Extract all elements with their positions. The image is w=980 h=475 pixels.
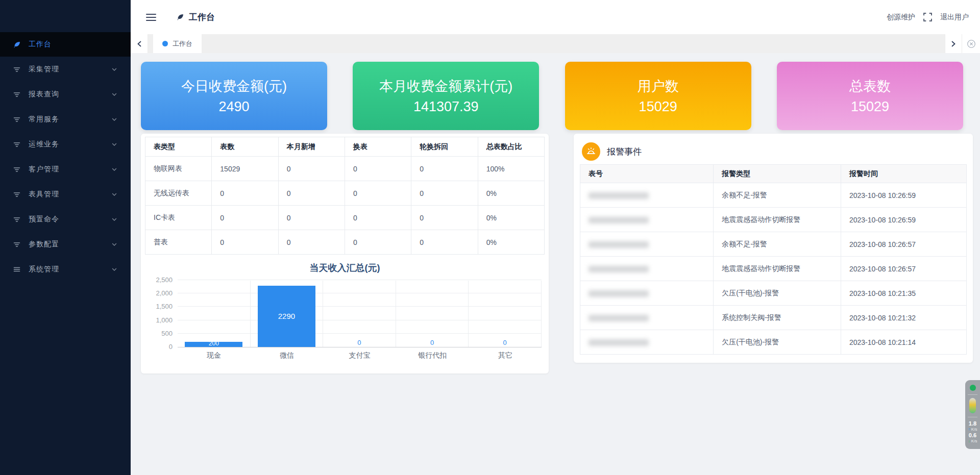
tenant-label[interactable]: 创源维护 bbox=[887, 13, 915, 22]
sidebar-item-collection-management[interactable]: 采集管理 bbox=[0, 57, 131, 82]
sidebar-item-preset-commands[interactable]: 预置命令 bbox=[0, 207, 131, 232]
table-row: 无线远传表00000% bbox=[145, 181, 545, 206]
sidebar-item-label: 采集管理 bbox=[29, 65, 59, 74]
table-cell: 0 bbox=[278, 230, 345, 255]
chart-y-tick-label: 1,500 bbox=[145, 303, 173, 310]
alarm-panel-header: 报警事件 bbox=[580, 139, 967, 164]
sidebar-item-system-management[interactable]: 系统管理 bbox=[0, 257, 131, 282]
hamburger-icon[interactable] bbox=[146, 13, 156, 21]
blurred-meter-number bbox=[589, 315, 649, 321]
net-speed-widget[interactable]: 1.8 ↑ K/s 0.6 ↓ K/s bbox=[965, 380, 980, 449]
menu-icon bbox=[13, 266, 22, 273]
sidebar-item-label: 表具管理 bbox=[29, 190, 59, 199]
panels-row: 表类型表数本月新增换表轮换拆回总表数占比 物联网表15029000100%无线远… bbox=[131, 130, 980, 373]
chart-category-slot: 0 bbox=[323, 281, 396, 347]
table-cell: 0 bbox=[278, 206, 345, 230]
bar-value-label: 0 bbox=[469, 339, 541, 346]
page-title: 工作台 bbox=[177, 11, 215, 23]
filter-icon bbox=[13, 66, 22, 73]
sidebar-item-common-services[interactable]: 常用服务 bbox=[0, 107, 131, 132]
alarm-table-header: 表号 bbox=[580, 165, 714, 183]
alarm-meter-no-cell bbox=[580, 232, 714, 257]
sidebar-item-operations-business[interactable]: 运维业务 bbox=[0, 132, 131, 157]
alarm-row: 地震震感器动作切断报警2023-10-08 10:26:59 bbox=[580, 208, 967, 232]
chevron-down-icon bbox=[111, 66, 117, 72]
table-cell: 0 bbox=[345, 206, 411, 230]
chart-title: 当天收入汇总(元) bbox=[145, 262, 545, 274]
card-title: 今日收费金额(元) bbox=[141, 77, 327, 95]
table-cell: 0 bbox=[411, 181, 478, 206]
sidebar-item-customer-management[interactable]: 客户管理 bbox=[0, 157, 131, 182]
leaf-icon bbox=[13, 41, 22, 48]
alarm-row: 系统控制关阀-报警2023-10-08 10:21:32 bbox=[580, 306, 967, 330]
tab-workbench[interactable]: 工作台 bbox=[153, 34, 202, 53]
top-header: 工作台 创源维护 退出用户 bbox=[131, 0, 980, 34]
tabs-close-button[interactable] bbox=[962, 34, 980, 53]
card-title: 总表数 bbox=[777, 77, 963, 95]
table-cell: 0% bbox=[478, 181, 544, 206]
alarm-row: 余额不足-报警2023-10-08 10:26:59 bbox=[580, 183, 967, 208]
meter-table-header: 表数 bbox=[212, 137, 278, 157]
meter-type-table: 表类型表数本月新增换表轮换拆回总表数占比 物联网表15029000100%无线远… bbox=[145, 137, 545, 255]
upload-speed-value: 1.8 bbox=[969, 420, 976, 427]
bar-value-label: 200 bbox=[178, 340, 250, 347]
sidebar-item-parameter-config[interactable]: 参数配置 bbox=[0, 232, 131, 257]
sidebar-menu: 工作台采集管理报表查询常用服务运维业务客户管理表具管理预置命令参数配置系统管理 bbox=[0, 0, 131, 282]
alarm-type-cell: 欠压(干电池)-报警 bbox=[714, 281, 841, 306]
sidebar-item-report-query[interactable]: 报表查询 bbox=[0, 82, 131, 107]
table-cell: 0% bbox=[478, 206, 544, 230]
sidebar-item-workbench[interactable]: 工作台 bbox=[0, 32, 131, 57]
blurred-meter-number bbox=[589, 241, 649, 248]
chart-category-slot: 0 bbox=[396, 281, 469, 347]
alarm-meter-no-cell bbox=[580, 330, 714, 355]
alarm-events-table: 表号报警类型报警时间 余额不足-报警2023-10-08 10:26:59地震震… bbox=[580, 164, 967, 355]
filter-icon bbox=[13, 191, 22, 198]
tabs-scroll-right-button[interactable] bbox=[945, 34, 962, 53]
table-cell: 0 bbox=[212, 206, 278, 230]
fullscreen-icon[interactable] bbox=[923, 13, 932, 21]
blurred-meter-number bbox=[589, 192, 649, 199]
alarm-row: 余额不足-报警2023-10-08 10:26:57 bbox=[580, 232, 967, 257]
alarm-type-cell: 地震震感器动作切断报警 bbox=[714, 208, 841, 232]
chart-x-axis-labels: 现金微信支付宝银行代扣其它 bbox=[178, 351, 542, 360]
table-cell: 无线远传表 bbox=[145, 181, 212, 206]
alarm-type-cell: 余额不足-报警 bbox=[714, 183, 841, 208]
status-dot-icon bbox=[970, 385, 976, 391]
alarm-row: 欠压(干电池)-报警2023-10-08 10:21:14 bbox=[580, 330, 967, 355]
logout-button[interactable]: 退出用户 bbox=[940, 13, 969, 22]
filter-icon bbox=[13, 216, 22, 223]
table-row: 物联网表15029000100% bbox=[145, 157, 545, 181]
blurred-meter-number bbox=[589, 266, 649, 272]
card-title: 用户数 bbox=[565, 77, 751, 95]
table-cell: 0 bbox=[278, 157, 345, 181]
page-title-text: 工作台 bbox=[189, 11, 215, 23]
alarm-time-cell: 2023-10-08 10:26:59 bbox=[841, 208, 966, 232]
alarm-type-cell: 系统控制关阀-报警 bbox=[714, 306, 841, 330]
blurred-meter-number bbox=[589, 217, 649, 223]
alarm-time-cell: 2023-10-08 10:21:35 bbox=[841, 281, 966, 306]
today-income-card: 今日收费金额(元)2490 bbox=[141, 62, 327, 130]
chart-gridline bbox=[178, 280, 542, 280]
table-cell: 普表 bbox=[145, 230, 212, 255]
sidebar-item-meter-management[interactable]: 表具管理 bbox=[0, 182, 131, 207]
meter-table-header: 换表 bbox=[345, 137, 411, 157]
card-value: 15029 bbox=[565, 99, 751, 115]
income-bar-chart: 05001,0001,5002,0002,5002002290000 bbox=[178, 281, 542, 347]
sidebar-item-label: 报表查询 bbox=[29, 90, 59, 99]
download-speed-value: 0.6 bbox=[969, 432, 976, 439]
stat-cards-row: 今日收费金额(元)2490本月收费金额累计(元)141307.39用户数1502… bbox=[131, 53, 980, 130]
chart-category-slot: 0 bbox=[469, 281, 542, 347]
blurred-meter-number bbox=[589, 290, 649, 297]
table-cell: 0 bbox=[411, 206, 478, 230]
blurred-meter-number bbox=[589, 339, 649, 346]
alarm-time-cell: 2023-10-08 10:21:32 bbox=[841, 306, 966, 330]
table-cell: 0 bbox=[345, 230, 411, 255]
total-meter-card: 总表数15029 bbox=[777, 62, 963, 130]
alarm-meter-no-cell bbox=[580, 281, 714, 306]
app-root: 工作台采集管理报表查询常用服务运维业务客户管理表具管理预置命令参数配置系统管理 … bbox=[0, 0, 980, 475]
chart-y-tick-label: 0 bbox=[145, 343, 173, 351]
chevron-down-icon bbox=[111, 266, 117, 272]
chart-slots: 2002290000 bbox=[178, 281, 542, 347]
tab-bar: 工作台 bbox=[131, 34, 980, 53]
tabs-scroll-left-button[interactable] bbox=[131, 34, 148, 53]
